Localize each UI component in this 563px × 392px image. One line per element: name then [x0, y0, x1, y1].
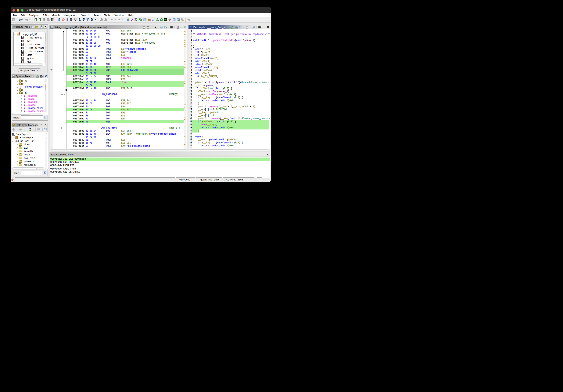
svg-text:01: 01: [135, 20, 137, 21]
svg-text:DT: DT: [13, 124, 14, 126]
svg-text:DT: DT: [148, 19, 150, 20]
